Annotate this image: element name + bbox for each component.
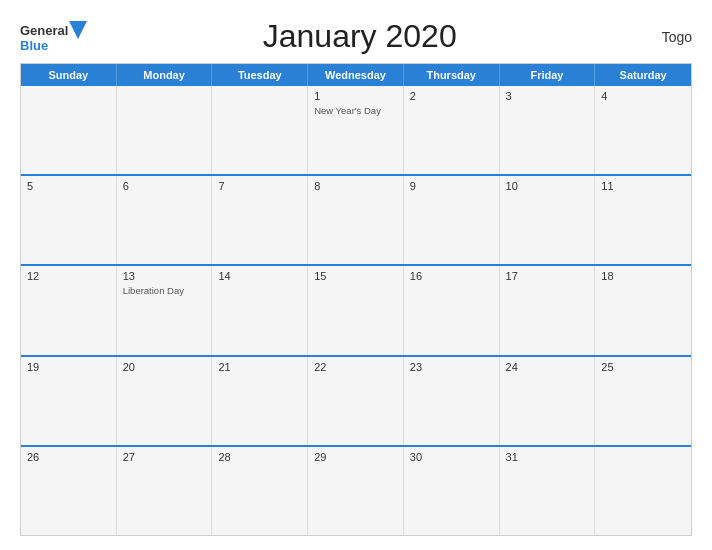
day-number: 4 <box>601 90 685 102</box>
day-cell <box>212 86 308 174</box>
day-header-monday: Monday <box>117 64 213 86</box>
day-number: 30 <box>410 451 493 463</box>
day-number: 24 <box>506 361 589 373</box>
day-number: 16 <box>410 270 493 282</box>
week-row-5: 262728293031 <box>21 445 691 535</box>
day-header-thursday: Thursday <box>404 64 500 86</box>
day-header-tuesday: Tuesday <box>212 64 308 86</box>
day-cell: 26 <box>21 447 117 535</box>
day-cell: 24 <box>500 357 596 445</box>
day-header-saturday: Saturday <box>595 64 691 86</box>
week-row-1: 1New Year's Day234 <box>21 86 691 174</box>
logo: General Blue <box>20 21 87 52</box>
day-cell: 19 <box>21 357 117 445</box>
day-cell <box>117 86 213 174</box>
day-number: 31 <box>506 451 589 463</box>
day-header-sunday: Sunday <box>21 64 117 86</box>
weeks-container: 1New Year's Day2345678910111213Liberatio… <box>21 86 691 535</box>
day-number: 23 <box>410 361 493 373</box>
day-cell: 18 <box>595 266 691 354</box>
day-number: 6 <box>123 180 206 192</box>
day-cell <box>595 447 691 535</box>
day-cell: 25 <box>595 357 691 445</box>
day-cell: 30 <box>404 447 500 535</box>
day-cell: 29 <box>308 447 404 535</box>
day-number: 12 <box>27 270 110 282</box>
logo-block: General Blue <box>20 21 87 52</box>
day-number: 18 <box>601 270 685 282</box>
day-cell: 12 <box>21 266 117 354</box>
day-number: 5 <box>27 180 110 192</box>
day-cell: 5 <box>21 176 117 264</box>
day-cell: 21 <box>212 357 308 445</box>
day-cell: 9 <box>404 176 500 264</box>
day-cell: 11 <box>595 176 691 264</box>
logo-icon <box>69 21 87 39</box>
day-number: 22 <box>314 361 397 373</box>
day-number: 21 <box>218 361 301 373</box>
day-number: 25 <box>601 361 685 373</box>
svg-marker-0 <box>69 21 87 39</box>
day-cell <box>21 86 117 174</box>
day-number: 27 <box>123 451 206 463</box>
day-cell: 13Liberation Day <box>117 266 213 354</box>
day-number: 11 <box>601 180 685 192</box>
day-cell: 3 <box>500 86 596 174</box>
day-cell: 14 <box>212 266 308 354</box>
day-number: 15 <box>314 270 397 282</box>
day-number: 26 <box>27 451 110 463</box>
day-cell: 23 <box>404 357 500 445</box>
day-cell: 4 <box>595 86 691 174</box>
day-cell: 2 <box>404 86 500 174</box>
day-number: 8 <box>314 180 397 192</box>
day-cell: 17 <box>500 266 596 354</box>
calendar-title: January 2020 <box>87 18 632 55</box>
day-header-wednesday: Wednesday <box>308 64 404 86</box>
day-cell: 15 <box>308 266 404 354</box>
day-cell: 8 <box>308 176 404 264</box>
day-cell: 31 <box>500 447 596 535</box>
day-number: 7 <box>218 180 301 192</box>
day-number: 17 <box>506 270 589 282</box>
week-row-2: 567891011 <box>21 174 691 264</box>
day-number: 29 <box>314 451 397 463</box>
day-cell: 20 <box>117 357 213 445</box>
logo-general-text: General <box>20 24 68 37</box>
day-header-friday: Friday <box>500 64 596 86</box>
day-number: 28 <box>218 451 301 463</box>
week-row-4: 19202122232425 <box>21 355 691 445</box>
day-cell: 7 <box>212 176 308 264</box>
calendar-grid: SundayMondayTuesdayWednesdayThursdayFrid… <box>20 63 692 536</box>
day-number: 9 <box>410 180 493 192</box>
country-label: Togo <box>632 29 692 45</box>
day-number: 14 <box>218 270 301 282</box>
day-cell: 10 <box>500 176 596 264</box>
day-headers-row: SundayMondayTuesdayWednesdayThursdayFrid… <box>21 64 691 86</box>
day-number: 10 <box>506 180 589 192</box>
day-cell: 16 <box>404 266 500 354</box>
day-number: 20 <box>123 361 206 373</box>
day-cell: 28 <box>212 447 308 535</box>
calendar-header: General Blue January 2020 Togo <box>20 18 692 55</box>
day-number: 2 <box>410 90 493 102</box>
day-cell: 1New Year's Day <box>308 86 404 174</box>
day-number: 1 <box>314 90 397 102</box>
day-event: New Year's Day <box>314 105 397 117</box>
logo-blue-text: Blue <box>20 39 48 52</box>
logo-row: General <box>20 21 87 39</box>
day-number: 19 <box>27 361 110 373</box>
day-cell: 22 <box>308 357 404 445</box>
day-number: 13 <box>123 270 206 282</box>
day-cell: 6 <box>117 176 213 264</box>
day-number: 3 <box>506 90 589 102</box>
calendar-page: General Blue January 2020 Togo SundayMon… <box>0 0 712 550</box>
day-event: Liberation Day <box>123 285 206 297</box>
day-cell: 27 <box>117 447 213 535</box>
week-row-3: 1213Liberation Day1415161718 <box>21 264 691 354</box>
